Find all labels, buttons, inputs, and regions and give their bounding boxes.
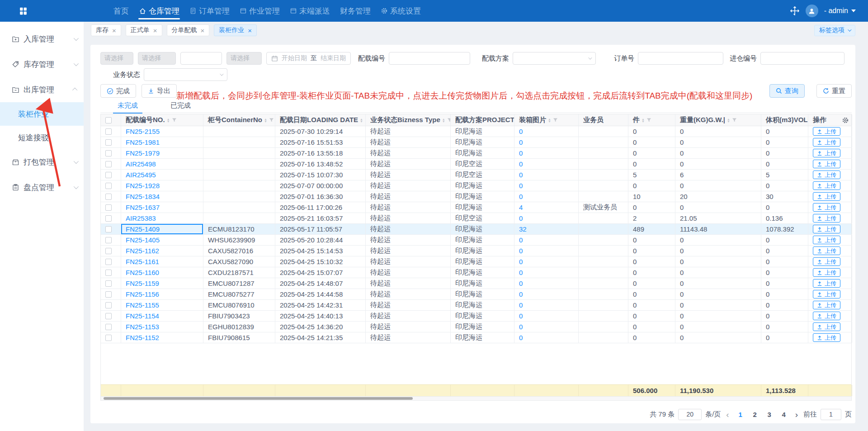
tab-inventory[interactable]: 库存× bbox=[91, 24, 121, 36]
date-range-picker[interactable]: 开始日期 至 结束日期 bbox=[266, 52, 351, 65]
row-checkbox[interactable] bbox=[105, 161, 112, 167]
filter-input-1[interactable] bbox=[180, 52, 222, 65]
page-button-1[interactable]: 1 bbox=[735, 411, 746, 418]
page-button-2[interactable]: 2 bbox=[749, 411, 761, 418]
pics-count-link[interactable]: 0 bbox=[519, 258, 523, 265]
sidebar-item-container-loading[interactable]: 装柜作业 bbox=[0, 102, 84, 126]
row-checkbox[interactable] bbox=[105, 204, 112, 211]
table-row[interactable]: AIR254952025-07-15 10:07:30待起运印尼空运0565上传 bbox=[101, 170, 851, 180]
apps-grid-icon[interactable] bbox=[18, 6, 28, 16]
tab-finished[interactable]: 已完成 bbox=[166, 101, 195, 113]
pics-count-link[interactable]: 0 bbox=[519, 138, 523, 146]
upload-button[interactable]: 上传 bbox=[813, 236, 840, 244]
sidebar-item-inbound-mgmt[interactable]: 入库管理 bbox=[0, 26, 84, 52]
horizontal-scrollbar[interactable] bbox=[101, 396, 851, 400]
table-row[interactable]: FN25-1152FBIU79086152025-04-25 14:21:35待… bbox=[101, 332, 851, 343]
upload-button[interactable]: 上传 bbox=[813, 214, 840, 223]
select-all-checkbox[interactable] bbox=[105, 117, 112, 123]
tab-close-icon[interactable]: × bbox=[153, 27, 157, 34]
pics-count-link[interactable]: 0 bbox=[519, 160, 523, 168]
table-row[interactable]: FN25-21552025-07-30 10:29:14待起运印尼海运0000上… bbox=[101, 126, 851, 137]
row-checkbox[interactable] bbox=[105, 270, 112, 276]
h-scrollbar-thumb[interactable] bbox=[104, 397, 413, 400]
sort-icons[interactable]: ▲▼ bbox=[642, 118, 645, 123]
filter-icon[interactable] bbox=[269, 118, 274, 123]
pics-count-link[interactable]: 0 bbox=[519, 279, 523, 287]
order-no-input[interactable] bbox=[638, 52, 723, 65]
row-checkbox[interactable] bbox=[105, 280, 112, 287]
sort-icons[interactable]: ▲▼ bbox=[360, 118, 363, 123]
row-checkbox[interactable] bbox=[105, 324, 112, 330]
page-size-input[interactable] bbox=[678, 409, 702, 420]
sort-icons[interactable]: ▲▼ bbox=[167, 118, 170, 123]
pics-count-link[interactable]: 0 bbox=[519, 247, 523, 255]
sidebar-item-outbound-mgmt[interactable]: 出库管理 bbox=[0, 77, 84, 102]
upload-button[interactable]: 上传 bbox=[813, 203, 840, 212]
column-settings-icon[interactable] bbox=[842, 117, 849, 124]
next-page-icon[interactable]: › bbox=[793, 410, 800, 419]
pics-count-link[interactable]: 0 bbox=[519, 236, 523, 244]
table-row[interactable]: FN25-18342025-07-01 16:36:30待起运印尼海运01020… bbox=[101, 191, 851, 202]
sidebar-item-stocktake-mgmt[interactable]: 盘点管理 bbox=[0, 175, 84, 200]
upload-button[interactable]: 上传 bbox=[813, 138, 840, 147]
filter-icon[interactable] bbox=[172, 118, 177, 123]
row-checkbox[interactable] bbox=[105, 128, 112, 135]
filter-icon[interactable] bbox=[553, 118, 558, 123]
load-no-link[interactable]: FN25-1409 bbox=[126, 225, 160, 233]
load-no-link[interactable]: FN25-1161 bbox=[126, 258, 159, 265]
table-row[interactable]: FN25-19792025-07-16 13:55:18待起运印尼海运0000上… bbox=[101, 148, 851, 159]
upload-button[interactable]: 上传 bbox=[813, 181, 840, 190]
load-no-link[interactable]: AIR25498 bbox=[126, 160, 156, 168]
pics-count-link[interactable]: 0 bbox=[519, 149, 523, 157]
upload-button[interactable]: 上传 bbox=[813, 160, 840, 168]
nav-item-order-mgmt[interactable]: 订单管理 bbox=[184, 0, 235, 22]
row-checkbox[interactable] bbox=[105, 313, 112, 319]
row-checkbox[interactable] bbox=[105, 194, 112, 200]
pics-count-link[interactable]: 4 bbox=[519, 204, 523, 211]
warehouse-entry-no-input[interactable] bbox=[760, 52, 844, 65]
pics-count-link[interactable]: 0 bbox=[519, 193, 523, 200]
load-no-link[interactable]: FN25-1405 bbox=[126, 236, 160, 244]
upload-button[interactable]: 上传 bbox=[813, 225, 840, 233]
filter-select-3[interactable]: 请选择 bbox=[226, 52, 262, 65]
query-button[interactable]: 查询 bbox=[769, 84, 805, 98]
pics-count-link[interactable]: 0 bbox=[519, 290, 523, 298]
load-no-link[interactable]: FN25-1160 bbox=[126, 269, 159, 276]
pics-count-link[interactable]: 0 bbox=[519, 301, 523, 309]
pics-count-link[interactable]: 0 bbox=[519, 182, 523, 189]
row-checkbox[interactable] bbox=[105, 291, 112, 298]
table-row[interactable]: FN25-1156EMCU80752772025-04-25 14:44:58待… bbox=[101, 289, 851, 300]
pics-count-link[interactable]: 0 bbox=[519, 269, 523, 276]
upload-button[interactable]: 上传 bbox=[813, 268, 840, 277]
load-no-link[interactable]: FN25-1154 bbox=[126, 312, 159, 320]
row-checkbox[interactable] bbox=[105, 139, 112, 146]
goto-page-input[interactable] bbox=[821, 409, 841, 420]
row-checkbox[interactable] bbox=[105, 302, 112, 308]
nav-item-home[interactable]: 首页 bbox=[108, 0, 134, 22]
filter-icon[interactable] bbox=[646, 118, 651, 123]
row-checkbox[interactable] bbox=[105, 248, 112, 254]
load-no-link[interactable]: FN25-2155 bbox=[126, 128, 160, 135]
row-checkbox[interactable] bbox=[105, 215, 112, 222]
complete-button[interactable]: 完成 bbox=[100, 84, 136, 98]
upload-button[interactable]: 上传 bbox=[813, 149, 840, 157]
sidebar-item-packing-mgmt[interactable]: 打包管理 bbox=[0, 149, 84, 175]
move-window-icon[interactable] bbox=[790, 6, 800, 16]
table-row[interactable]: FN25-1154FBIU79034232025-04-25 14:40:13待… bbox=[101, 311, 851, 322]
sidebar-item-short-haul-transfer[interactable]: 短途接驳 bbox=[0, 126, 84, 149]
sidebar-item-inventory-mgmt[interactable]: 库存管理 bbox=[0, 52, 84, 77]
user-menu[interactable]: - admin bbox=[824, 7, 856, 15]
table-row[interactable]: FN25-16372025-06-11 17:00:26待起运印尼海运4测试业务… bbox=[101, 202, 851, 213]
pics-count-link[interactable]: 0 bbox=[519, 214, 523, 222]
load-no-link[interactable]: FN25-1153 bbox=[126, 323, 159, 331]
nav-item-finance-mgmt[interactable]: 财务管理 bbox=[335, 0, 376, 22]
table-row[interactable]: FN25-1409ECMU81231702025-05-17 11:05:57待… bbox=[101, 224, 851, 235]
table-row[interactable]: AIR254982025-07-16 13:48:52待起运印尼空运0000上传 bbox=[101, 159, 851, 170]
upload-button[interactable]: 上传 bbox=[813, 322, 840, 331]
table-row[interactable]: AIR253832025-05-21 16:03:57待起运印尼空运0221.0… bbox=[101, 213, 851, 224]
upload-button[interactable]: 上传 bbox=[813, 301, 840, 309]
nav-item-warehouse-mgmt[interactable]: 仓库管理 bbox=[134, 0, 184, 22]
nav-item-system-settings[interactable]: 系统设置 bbox=[376, 0, 426, 22]
table-row[interactable]: FN25-1162CAXU58270162025-04-25 15:14:53待… bbox=[101, 246, 851, 256]
tab-close-icon[interactable]: × bbox=[201, 27, 205, 34]
